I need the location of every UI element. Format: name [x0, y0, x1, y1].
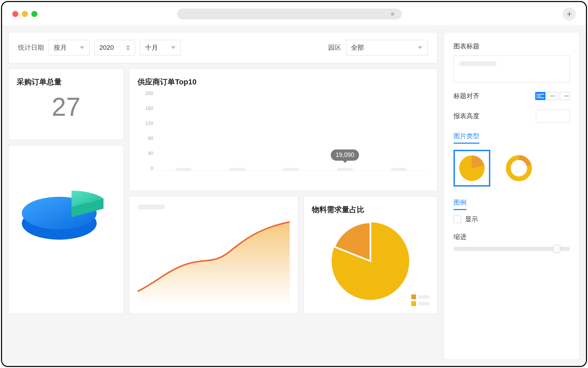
chevron-down-icon [418, 46, 423, 49]
bar-plot: 19,090 [157, 91, 426, 171]
placeholder-title [138, 205, 165, 209]
spinner-icon [126, 45, 130, 51]
kpi-title: 采购订单总量 [17, 77, 115, 87]
indent-label: 缩进 [454, 233, 570, 241]
bar-tooltip: 19,090 [331, 149, 359, 161]
donut-icon [506, 155, 532, 181]
maximize-window-button[interactable] [31, 11, 37, 17]
date-label: 统计日期 [18, 43, 44, 52]
chart-type-donut[interactable] [500, 150, 537, 187]
month-value: 十月 [145, 43, 158, 52]
pie-chart-icon [330, 220, 411, 302]
bar-chart: 20016012080400 19,090 [138, 91, 429, 179]
year-value: 2020 [99, 44, 114, 51]
zone-label: 园区 [328, 43, 341, 52]
chevron-down-icon [80, 46, 84, 49]
close-window-button[interactable] [12, 11, 18, 17]
indent-slider[interactable] [454, 247, 570, 251]
pie-legend [411, 292, 430, 306]
bar-chart-card[interactable]: 供应商订单Top10 20016012080400 [129, 68, 438, 191]
kpi-card[interactable]: 采购订单总量 27 [8, 68, 124, 140]
dashboard: 采购订单总量 27 [8, 68, 438, 360]
body: 统计日期 按月 2020 十月 园区 全部 [2, 26, 586, 366]
chart-title-input[interactable] [454, 55, 570, 83]
chart-type-label: 图片类型 [454, 132, 479, 144]
report-height-label: 报表高度 [454, 112, 479, 121]
month-select[interactable]: 十月 [140, 40, 181, 55]
minimize-window-button[interactable] [22, 11, 28, 17]
legend-section-label: 图例 [454, 198, 466, 210]
chart-type-options [454, 150, 570, 187]
area-chart-icon [138, 213, 290, 304]
traffic-lights [12, 11, 37, 17]
report-height-input[interactable] [536, 109, 570, 123]
chevron-down-icon [171, 46, 176, 49]
pie3d-icon [18, 164, 114, 252]
align-left-button[interactable] [535, 92, 545, 100]
new-tab-button[interactable]: ＋ [563, 7, 576, 20]
zone-select[interactable]: 全部 [346, 40, 428, 55]
zone-value: 全部 [351, 43, 364, 52]
legend-show-label: 显示 [465, 215, 478, 224]
pie-chart-title: 物料需求量占比 [312, 205, 429, 215]
slider-thumb[interactable] [553, 245, 560, 253]
properties-panel: 图表标题 标题对齐 报表高度 图片类型 [444, 32, 580, 360]
align-button-group [535, 92, 570, 100]
kpi-value: 27 [17, 92, 115, 122]
placeholder-text [459, 61, 497, 66]
pie-chart-card[interactable]: 物料需求量占比 [303, 196, 438, 314]
align-right-button[interactable] [560, 92, 570, 100]
address-bar[interactable]: ★ [177, 9, 402, 19]
period-mode-value: 按月 [54, 43, 67, 52]
main-column: 统计日期 按月 2020 十月 园区 全部 [8, 32, 438, 360]
titlebar: ★ ＋ [2, 2, 586, 26]
star-icon[interactable]: ★ [390, 10, 396, 18]
chart-title-label: 图表标题 [454, 42, 570, 51]
bar-chart-title: 供应商订单Top10 [138, 77, 429, 87]
pie3d-card[interactable] [8, 145, 124, 314]
align-label: 标题对齐 [454, 92, 479, 100]
legend-show-checkbox[interactable] [454, 215, 461, 223]
filter-bar: 统计日期 按月 2020 十月 园区 全部 [8, 32, 438, 63]
area-chart-card[interactable] [129, 196, 298, 314]
align-center-button[interactable] [547, 92, 558, 100]
y-axis: 20016012080400 [138, 91, 153, 171]
pie-icon [459, 155, 485, 181]
period-mode-select[interactable]: 按月 [49, 40, 90, 55]
year-select[interactable]: 2020 [94, 40, 135, 55]
app-window: ★ ＋ 统计日期 按月 2020 十月 [1, 1, 587, 367]
chart-type-pie[interactable] [454, 150, 490, 187]
